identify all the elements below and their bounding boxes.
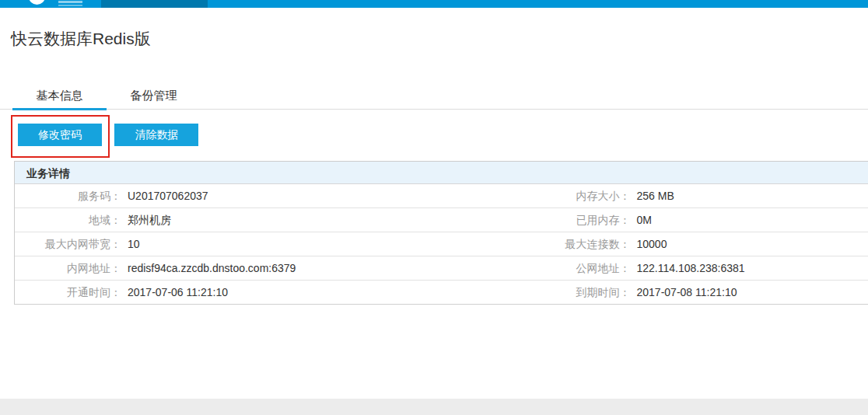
table-row: 内网地址： redisf94ca.zzcdb.dnstoo.com:6379 公… (15, 256, 868, 281)
top-nav-bar (0, 0, 868, 8)
used-memory-value: 0M (637, 208, 652, 232)
tab-bar: 基本信息 备份管理 (0, 85, 868, 110)
max-connections-label: 最大连接数： (442, 232, 631, 256)
table-row: 服务码： U201707062037 内存大小： 256 MB (15, 184, 868, 208)
public-address-label: 公网地址： (442, 256, 631, 280)
brand-logo-icon[interactable] (29, 0, 45, 5)
toolbar: 修改密码 清除数据 (18, 124, 868, 146)
table-row: 最大内网带宽： 10 最大连接数： 10000 (15, 232, 868, 256)
region-value: 郑州机房 (128, 208, 171, 232)
public-address-value: 122.114.108.238:6381 (637, 256, 745, 280)
internal-address-value: redisf94ca.zzcdb.dnstoo.com:6379 (128, 256, 296, 280)
service-code-label: 服务码： (15, 184, 121, 208)
region-label: 地域： (15, 208, 121, 232)
page-title: 快云数据库Redis版 (11, 28, 868, 50)
service-code-value: U201707062037 (128, 184, 208, 208)
tab-backup-management[interactable]: 备份管理 (107, 85, 201, 109)
max-connections-value: 10000 (637, 232, 667, 256)
internal-address-label: 内网地址： (15, 256, 121, 280)
brand-subtext (58, 5, 82, 6)
memory-size-value: 256 MB (637, 184, 674, 208)
table-row: 开通时间： 2017-07-06 11:21:10 到期时间： 2017-07-… (15, 281, 868, 305)
brand-name-text (58, 1, 82, 3)
memory-size-label: 内存大小： (442, 184, 631, 208)
open-time-label: 开通时间： (15, 281, 121, 304)
nav-active-item[interactable] (101, 0, 208, 8)
clear-data-button[interactable]: 清除数据 (114, 124, 198, 146)
business-details-panel: 业务详情 服务码： U201707062037 内存大小： 256 MB 地域：… (14, 161, 868, 305)
footer-bar (0, 399, 868, 415)
used-memory-label: 已用内存： (442, 208, 631, 232)
expire-time-value: 2017-07-08 11:21:10 (637, 281, 737, 304)
panel-title: 业务详情 (15, 161, 868, 184)
tab-basic-info[interactable]: 基本信息 (12, 85, 107, 109)
expire-time-label: 到期时间： (442, 281, 631, 304)
table-row: 地域： 郑州机房 已用内存： 0M (15, 208, 868, 232)
max-bandwidth-label: 最大内网带宽： (15, 232, 121, 256)
max-bandwidth-value: 10 (128, 232, 140, 256)
open-time-value: 2017-07-06 11:21:10 (128, 281, 228, 304)
change-password-button[interactable]: 修改密码 (18, 124, 102, 146)
